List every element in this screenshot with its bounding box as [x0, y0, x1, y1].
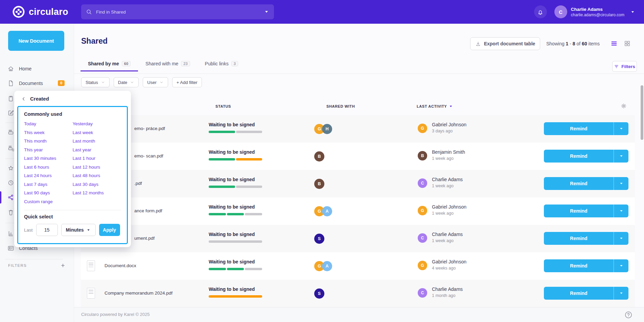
caret-down-icon	[619, 236, 624, 241]
remind-button[interactable]: Remind	[544, 232, 628, 245]
status-label: Waiting to be signed	[209, 177, 276, 182]
signing-progress-bar	[209, 240, 262, 243]
caret-down-icon	[619, 126, 624, 131]
column-header-shared-with: SHARED WITH	[326, 104, 355, 108]
table-row[interactable]: Company memorandum 2024.pdfWaiting to be…	[81, 280, 635, 307]
sidebar-item-document[interactable]: Documents0	[0, 79, 74, 88]
date-range-link-last-6-hours[interactable]: Last 6 hours	[24, 163, 73, 172]
date-range-link-last-12-months[interactable]: Last 12 months	[73, 189, 121, 197]
documents-table: STATUS SHARED WITH LAST ACTIVITY emo- pr…	[81, 24, 635, 322]
remind-dropdown-toggle[interactable]	[614, 259, 628, 272]
remind-dropdown-toggle[interactable]	[614, 205, 628, 217]
user-avatar: C	[554, 5, 567, 18]
remind-dropdown-toggle[interactable]	[614, 150, 628, 163]
date-range-link-last-90-days[interactable]: Last 90 days	[24, 189, 73, 197]
document-name[interactable]: .pdf	[134, 181, 142, 186]
remind-dropdown-toggle[interactable]	[614, 122, 628, 135]
help-icon[interactable]	[624, 310, 633, 319]
date-range-link-yesterday[interactable]: Yesterday	[73, 120, 121, 128]
table-row[interactable]: emo- práce.pdfWaiting to be signedGHGGab…	[81, 115, 635, 143]
last-activity-cell: GGabriel Johnson4 weeks ago	[418, 259, 466, 271]
progress-segment-gray	[245, 268, 262, 270]
activity-user-name: Gabriel Johnson	[432, 122, 466, 127]
activity-time: 1 week ago	[432, 184, 463, 188]
user-info: Charlie Adams charlie.adams@circularo.co…	[571, 7, 624, 17]
last-activity-cell: CCharlie Adams1 week ago	[418, 232, 463, 243]
remind-button[interactable]: Remind	[544, 259, 628, 272]
table-row[interactable]: .pdfWaiting to be signedBCCharlie Adams1…	[81, 170, 635, 197]
date-range-link-custom-range[interactable]: Custom range	[24, 197, 73, 206]
last-activity-cell: GGabriel Johnson3 days ago	[418, 122, 466, 133]
table-row[interactable]: ument.pdfWaiting to be signedSCCharlie A…	[81, 225, 635, 252]
progress-segment-orange	[209, 295, 262, 298]
global-search[interactable]	[81, 4, 274, 19]
date-range-link-last-month[interactable]: Last month	[73, 137, 121, 146]
remind-button[interactable]: Remind	[544, 205, 628, 217]
app-logo[interactable]: circularo	[12, 5, 68, 18]
vertical-scrollbar[interactable]	[641, 85, 643, 140]
progress-segment-gray	[236, 186, 262, 188]
status-label: Waiting to be signed	[209, 232, 276, 237]
signing-progress-bar	[209, 268, 262, 270]
date-range-link-last-30-days[interactable]: Last 30 days	[73, 180, 121, 189]
add-filter-plus-icon[interactable]	[60, 263, 66, 268]
table-row[interactable]: ance form.pdfWaiting to be signedGAGGabr…	[81, 197, 635, 225]
star-icon	[7, 165, 14, 172]
table-settings-gear-icon[interactable]	[621, 103, 627, 109]
popup-title: Created	[30, 96, 49, 102]
date-range-link-last-48-hours[interactable]: Last 48 hours	[73, 171, 121, 180]
quick-select-unit-dropdown[interactable]: Minutes	[61, 224, 96, 236]
sidebar-item-home[interactable]: Home	[0, 64, 74, 73]
document-name[interactable]: ance form.pdf	[134, 208, 162, 213]
search-input[interactable]	[96, 9, 264, 15]
date-range-link-this-week[interactable]: This week	[24, 128, 73, 137]
document-name[interactable]: Company memorandum 2024.pdf	[105, 291, 172, 296]
date-range-link-last-12-hours[interactable]: Last 12 hours	[73, 163, 121, 172]
status-label: Waiting to be signed	[209, 122, 276, 127]
clock-icon	[7, 179, 14, 186]
remind-button[interactable]: Remind	[544, 150, 628, 163]
date-range-link-last-7-days[interactable]: Last 7 days	[24, 180, 73, 189]
shared-with-cell: S	[314, 234, 324, 244]
commonly-used-heading: Commonly used	[24, 111, 121, 117]
popup-highlighted-panel: Commonly used TodayThis weekThis monthTh…	[17, 106, 128, 244]
date-range-link-last-30-minutes[interactable]: Last 30 minutes	[24, 154, 73, 163]
date-range-link-last-year[interactable]: Last year	[73, 146, 121, 154]
home-icon	[7, 65, 14, 72]
apply-button[interactable]: Apply	[99, 224, 120, 236]
document-name[interactable]: emo- práce.pdf	[134, 126, 165, 131]
notifications-button[interactable]	[534, 5, 547, 18]
date-range-link-this-year[interactable]: This year	[24, 146, 73, 154]
search-scope-caret-icon[interactable]	[264, 9, 269, 15]
remind-dropdown-toggle[interactable]	[614, 232, 628, 245]
document-name[interactable]: ument.pdf	[134, 236, 155, 241]
column-header-last-activity[interactable]: LAST ACTIVITY	[417, 104, 453, 108]
remind-button[interactable]: Remind	[544, 177, 628, 190]
progress-segment-gray	[236, 131, 262, 133]
compose-icon	[7, 109, 14, 116]
date-range-link-today[interactable]: Today	[24, 120, 73, 128]
activity-user-avatar: B	[418, 151, 427, 160]
last-activity-cell: BBenjamin Smith1 week ago	[418, 149, 465, 161]
table-row[interactable]: Document.docxWaiting to be signedGAGGabr…	[81, 252, 635, 280]
date-range-link-last-24-hours[interactable]: Last 24 hours	[24, 171, 73, 180]
remind-button[interactable]: Remind	[544, 287, 628, 300]
remind-dropdown-toggle[interactable]	[614, 177, 628, 190]
sidebar-item-label: Documents	[19, 81, 43, 86]
document-name[interactable]: emo- scan.pdf	[134, 153, 163, 158]
date-range-link-last-week[interactable]: Last week	[73, 128, 121, 137]
last-activity-cell: CCharlie Adams1 month ago	[418, 286, 463, 298]
date-range-link-last-1-hour[interactable]: Last 1 hour	[73, 154, 121, 163]
quick-select-value-input[interactable]	[36, 224, 58, 236]
table-row[interactable]: emo- scan.pdfWaiting to be signedBBBenja…	[81, 143, 635, 170]
document-name[interactable]: Document.docx	[105, 263, 136, 268]
date-range-link-this-month[interactable]: This month	[24, 137, 73, 146]
progress-segment-green	[227, 268, 244, 270]
remind-button[interactable]: Remind	[544, 122, 628, 135]
back-chevron-icon[interactable]	[21, 96, 26, 102]
user-name: Charlie Adams	[571, 7, 624, 12]
remind-dropdown-toggle[interactable]	[614, 287, 628, 300]
activity-user-name: Gabriel Johnson	[432, 259, 466, 264]
new-document-button[interactable]: New Document	[8, 31, 64, 51]
user-menu[interactable]: C Charlie Adams charlie.adams@circularo.…	[554, 5, 635, 18]
